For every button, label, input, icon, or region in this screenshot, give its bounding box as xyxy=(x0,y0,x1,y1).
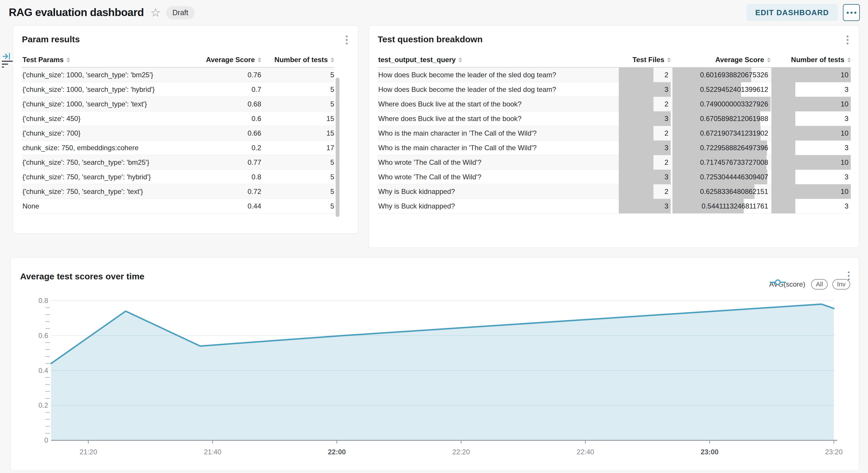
table-row: Who wrote 'The Call of the Wild'?30.7253… xyxy=(378,170,851,184)
cell-query: Who wrote 'The Call of the Wild'? xyxy=(378,173,619,181)
table-row: Who is the main character in 'The Call o… xyxy=(378,126,851,141)
kebab-menu-icon[interactable] xyxy=(344,34,349,45)
cell-value: 3 xyxy=(769,199,848,213)
cell-average-score: 0.68 xyxy=(187,100,261,108)
cell-number-of-tests: 3 xyxy=(771,111,851,126)
status-badge: Draft xyxy=(166,6,195,19)
cell-value: 10 xyxy=(769,68,848,82)
cell-value: 0.6016938820675326 xyxy=(670,68,768,82)
column-header-average-score[interactable]: Average Score xyxy=(187,56,261,64)
cell-average-score: 0.5229452401399612 xyxy=(673,82,771,97)
svg-text:0.2: 0.2 xyxy=(38,401,48,409)
cell-number-of-tests: 15 xyxy=(261,114,334,123)
cell-value: 3 xyxy=(616,170,669,184)
cell-average-score: 0.6016938820675326 xyxy=(673,68,771,82)
table-row: {'chunk_size': 750, 'search_type': 'bm25… xyxy=(22,155,334,170)
cell-test-files: 3 xyxy=(619,170,671,184)
chart-card: Average test scores over time AVG(score)… xyxy=(10,257,859,471)
svg-text:21:40: 21:40 xyxy=(204,448,221,456)
cell-value: 3 xyxy=(616,141,669,155)
cell-value: 2 xyxy=(616,68,669,82)
column-header-test-files[interactable]: Test Files xyxy=(619,56,671,64)
column-header-number-of-tests[interactable]: Number of tests xyxy=(771,56,851,64)
cell-average-score: 0.8 xyxy=(187,173,261,181)
cell-value: 10 xyxy=(769,155,848,170)
cell-test-params: {'chunk_size': 450} xyxy=(22,114,187,123)
cell-test-files: 2 xyxy=(619,184,671,199)
cell-test-files: 2 xyxy=(619,97,671,111)
cell-value: 0.7174576733727008 xyxy=(670,155,768,170)
cell-average-score: 0.6258336480862151 xyxy=(673,184,771,199)
table-header-row: test_output_test_query Test Files Averag… xyxy=(378,53,851,68)
table-row: How does Buck become the leader of the s… xyxy=(378,68,851,82)
cell-test-params: {'chunk_size': 1000, 'search_type': 'hyb… xyxy=(22,86,187,94)
svg-text:21:20: 21:20 xyxy=(80,448,97,456)
table-scrollbar[interactable] xyxy=(336,77,339,217)
line-chart[interactable]: 00.20.40.60.821:2021:4022:0022:2022:4023… xyxy=(11,258,860,471)
cell-number-of-tests: 5 xyxy=(261,188,334,196)
cell-test-params: {'chunk_size': 1000, 'search_type': 'tex… xyxy=(22,100,187,108)
cell-number-of-tests: 5 xyxy=(261,173,334,181)
cell-value: 3 xyxy=(616,199,669,213)
table-row: Where does Buck live at the start of the… xyxy=(378,97,851,111)
cell-query: Where does Buck live at the start of the… xyxy=(378,100,619,108)
cell-average-score: 0.7253044446309407 xyxy=(673,170,771,184)
page-title: RAG evaluation dashboard xyxy=(9,6,144,19)
cell-value: 2 xyxy=(616,126,669,141)
kebab-menu-icon[interactable] xyxy=(845,34,850,45)
cell-query: Why is Buck kidnapped? xyxy=(378,188,619,196)
sort-icon xyxy=(331,58,334,62)
cell-value: 0.5229452401399612 xyxy=(670,82,768,97)
card-title: Test question breakdown xyxy=(378,34,483,44)
table-row: {'chunk_size': 750, 'search_type': 'hybr… xyxy=(22,170,334,184)
svg-text:22:00: 22:00 xyxy=(328,448,346,456)
cell-query: Why is Buck kidnapped? xyxy=(378,202,619,210)
cell-test-params: {'chunk_size': 700} xyxy=(22,129,187,137)
cell-value: 0.7253044446309407 xyxy=(670,170,768,184)
cell-value: 0.6705898212061988 xyxy=(670,111,768,126)
table-row: Why is Buck kidnapped?20.625833648086215… xyxy=(378,184,851,199)
cell-test-params: {'chunk_size': 750, 'search_type': 'text… xyxy=(22,188,187,196)
card-title: Param results xyxy=(22,34,80,44)
cell-test-params: chunk_size: 750, embeddings:cohere xyxy=(22,144,187,152)
cell-number-of-tests: 3 xyxy=(771,199,851,213)
table-row: {'chunk_size': 750, 'search_type': 'text… xyxy=(22,184,334,199)
cell-average-score: 0.6721907341231902 xyxy=(673,126,771,141)
cell-average-score: 0.7229588826497396 xyxy=(673,141,771,155)
cell-value: 2 xyxy=(616,184,669,199)
favorite-star-icon[interactable]: ☆ xyxy=(150,7,161,19)
table-row: {'chunk_size': 1000, 'search_type': 'bm2… xyxy=(22,68,334,82)
cell-query: How does Buck become the leader of the s… xyxy=(378,86,619,94)
cell-number-of-tests: 5 xyxy=(261,71,334,79)
svg-text:22:40: 22:40 xyxy=(577,448,594,456)
svg-text:0: 0 xyxy=(44,436,48,444)
cell-query: Where does Buck live at the start of the… xyxy=(378,114,619,123)
cell-value: 3 xyxy=(616,82,669,97)
edit-dashboard-button[interactable]: EDIT DASHBOARD xyxy=(747,4,838,21)
cell-number-of-tests: 17 xyxy=(261,144,334,152)
cell-value: 0.6258336480862151 xyxy=(670,184,768,199)
cell-number-of-tests: 5 xyxy=(261,86,334,94)
cell-average-score: 0.77 xyxy=(187,158,261,167)
svg-text:0.8: 0.8 xyxy=(38,297,48,304)
more-options-button[interactable] xyxy=(843,4,860,21)
column-header-query[interactable]: test_output_test_query xyxy=(378,56,619,64)
cell-value: 0.5441113246811761 xyxy=(670,199,768,213)
column-header-average-score[interactable]: Average Score xyxy=(673,56,771,64)
column-header-number-of-tests[interactable]: Number of tests xyxy=(261,56,334,64)
cell-value: 10 xyxy=(769,184,848,199)
column-header-test-params[interactable]: Test Params xyxy=(22,56,187,64)
param-results-card: Param results Test Params Average Score … xyxy=(13,25,359,234)
cell-value: 3 xyxy=(769,141,848,155)
cell-average-score: 0.6 xyxy=(187,114,261,123)
cell-value: 10 xyxy=(769,126,848,141)
filter-icon[interactable] xyxy=(2,61,13,69)
table-row: How does Buck become the leader of the s… xyxy=(378,82,851,97)
cell-average-score: 0.66 xyxy=(187,129,261,137)
table-row: Who wrote 'The Call of the Wild'?20.7174… xyxy=(378,155,851,170)
cell-test-params: {'chunk_size': 750, 'search_type': 'bm25… xyxy=(22,158,187,167)
cell-query: Who wrote 'The Call of the Wild'? xyxy=(378,158,619,167)
cell-value: 0.6721907341231902 xyxy=(670,126,768,141)
table-row: {'chunk_size': 1000, 'search_type': 'tex… xyxy=(22,97,334,111)
expand-panel-icon[interactable] xyxy=(2,52,11,61)
